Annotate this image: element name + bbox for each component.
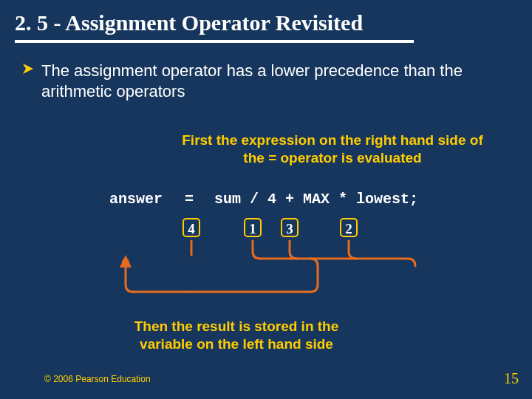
order-box-3: 3: [281, 218, 299, 237]
copyright-text: © 2006 Pearson Education: [44, 374, 151, 384]
slide: 2. 5 - Assignment Operator Revisited The…: [0, 0, 532, 399]
caption-top: First the expression on the right hand s…: [177, 132, 488, 167]
slide-title: 2. 5 - Assignment Operator Revisited: [15, 10, 363, 35]
bullet-item: The assignment operator has a lower prec…: [22, 61, 502, 101]
code-equals: =: [185, 191, 194, 208]
page-number: 15: [504, 370, 519, 387]
bullet-text: The assignment operator has a lower prec…: [41, 61, 502, 101]
order-box-4: 4: [183, 218, 200, 237]
bullet-arrow-icon: [22, 63, 34, 75]
code-answer: answer: [109, 191, 163, 208]
svg-marker-0: [23, 64, 33, 74]
order-box-2: 2: [340, 218, 358, 237]
svg-marker-2: [120, 255, 132, 267]
svg-point-1: [122, 259, 129, 266]
caption-bottom: Then the result is stored in the variabl…: [111, 318, 362, 353]
code-rhs: sum / 4 + MAX * lowest;: [214, 191, 418, 208]
title-underline: [15, 40, 414, 43]
order-box-1: 1: [244, 218, 262, 237]
